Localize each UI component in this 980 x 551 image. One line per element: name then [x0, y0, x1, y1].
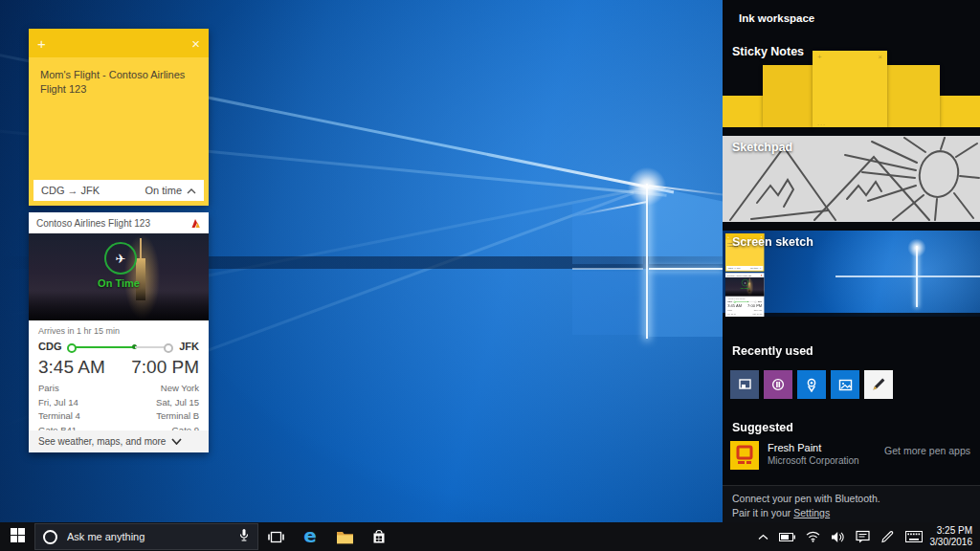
sticky-notes-preview-note[interactable]: + × ...	[813, 51, 887, 127]
flight-card-title: Contoso Airlines Flight 123	[727, 274, 752, 276]
origin-date: Fri, Jul 14	[38, 396, 80, 410]
origin-terminal: Terminal 4	[38, 409, 80, 424]
mini-windows-logo-flare	[906, 237, 927, 258]
recent-app-tile-5[interactable]	[864, 370, 893, 399]
preview-note-titlebar: + ×	[813, 51, 887, 63]
action-center-icon[interactable]	[856, 530, 870, 543]
sticky-notes-preview-note[interactable]	[887, 65, 940, 127]
taskbar: e 3:25 PM 3/30/2016	[0, 522, 980, 551]
destination-city: New York	[156, 382, 199, 396]
sticky-notes-preview-note[interactable]	[763, 65, 813, 127]
flight-status-text: On time	[750, 267, 758, 270]
collapse-chevron-icon[interactable]	[187, 185, 196, 196]
settings-link[interactable]: Settings	[793, 507, 830, 518]
close-note-icon[interactable]: ×	[191, 36, 200, 51]
sticky-note-titlebar: + ×	[29, 29, 209, 57]
preview-note-dots: ...	[817, 120, 826, 126]
origin-dot	[67, 343, 77, 353]
arrival-time: 7:00 PM	[747, 304, 762, 309]
recent-app-tile-4[interactable]	[831, 370, 859, 399]
progress-remaining-segment	[135, 346, 165, 348]
taskbar-clock[interactable]: 3:25 PM 3/30/2016	[928, 525, 980, 548]
suggested-app-info[interactable]: Fresh Paint Microsoft Corporation	[768, 441, 859, 470]
flight-card-header: Contoso Airlines Flight 123	[29, 212, 209, 233]
departure-time: 3:45 AM	[38, 357, 105, 378]
recent-app-tile-3[interactable]	[797, 370, 826, 399]
sticky-notes-section-label: Sticky Notes	[732, 45, 804, 58]
sticky-note-text[interactable]: Mom's Flight - Contoso Airlines Flight 1…	[29, 57, 209, 97]
task-view-button[interactable]	[258, 522, 293, 551]
cortana-search-box[interactable]	[34, 523, 258, 550]
start-button[interactable]	[0, 522, 34, 551]
destination-terminal: Terminal B	[156, 409, 199, 424]
arrival-note: Arrives in 1 hr 15 min	[38, 326, 199, 336]
search-input[interactable]	[65, 530, 231, 543]
pen-hint-line1: Connect your pen with Bluetooth.	[732, 492, 980, 506]
flight-insight-bar: CDG → JFK On time	[726, 266, 763, 271]
airport-info-columns: Paris Fri, Jul 14 Terminal 4 Gate B41 Ne…	[38, 382, 199, 437]
note-text-line: Flight 123	[40, 83, 86, 95]
origin-code: CDG	[727, 300, 732, 303]
note-text-line: Mom's Flight - Contoso Airlines	[40, 69, 185, 80]
flight-stack: + × Mom's Flight - Contoso Airlines Flig…	[29, 29, 209, 452]
destination-dot	[754, 301, 756, 303]
sticky-note-window[interactable]: + × Mom's Flight - Contoso Airlines Flig…	[29, 29, 209, 206]
battery-icon[interactable]	[779, 533, 795, 541]
touch-keyboard-icon[interactable]	[905, 531, 923, 542]
recent-app-tile-1[interactable]	[730, 370, 759, 399]
microphone-icon[interactable]	[238, 528, 250, 546]
flight-route-text: CDG → JFK	[41, 185, 100, 196]
store-button[interactable]	[362, 522, 396, 551]
wifi-icon[interactable]	[806, 531, 820, 542]
fresh-paint-icon[interactable]	[730, 441, 759, 470]
file-explorer-button[interactable]	[327, 522, 362, 551]
recent-app-tile-2[interactable]	[764, 370, 792, 399]
expand-chevron-icon	[171, 436, 182, 447]
times-row: 3:45 AM 7:00 PM	[38, 357, 199, 378]
flight-card: Contoso Airlines Flight 123 ✈ On Time Ar…	[725, 273, 764, 317]
building-tower	[748, 283, 750, 292]
destination-dot	[164, 343, 173, 353]
recently-used-tiles	[730, 370, 893, 399]
cortana-icon	[43, 530, 57, 544]
sketchpad-preview[interactable]: Sketchpad	[723, 136, 980, 222]
suggested-app-publisher: Microsoft Corporation	[768, 454, 859, 467]
route-progress-row: CDG JFK	[38, 341, 199, 352]
departure-time: 3:45 AM	[727, 304, 742, 309]
progress-done-segment	[76, 346, 135, 348]
suggested-app-name: Fresh Paint	[768, 441, 859, 454]
arrival-time: 7:00 PM	[131, 357, 199, 378]
flight-insight-bar[interactable]: CDG → JFK On time	[33, 180, 204, 201]
origin-city: Paris	[727, 309, 736, 312]
clock-time: 3:25 PM	[930, 525, 973, 537]
screen-sketch-preview[interactable]: + × Mom's Flight - Contoso Airlines Flig…	[723, 231, 980, 317]
clock-date: 3/30/2016	[930, 537, 973, 548]
flight-photo-banner: ✈ On Time	[725, 277, 764, 297]
flight-status-text: On time	[145, 185, 182, 196]
on-time-ring-icon: ✈	[742, 279, 748, 286]
add-note-icon[interactable]: +	[37, 36, 46, 51]
flight-progress-track	[67, 342, 173, 351]
flight-photo-banner: ✈ On Time	[29, 233, 209, 320]
add-note-icon: +	[727, 235, 729, 238]
edge-browser-button[interactable]: e	[293, 522, 327, 551]
tray-overflow-chevron-icon[interactable]	[758, 534, 768, 540]
on-time-label: On Time	[725, 287, 764, 290]
volume-icon[interactable]	[831, 531, 845, 543]
destination-code: JFK	[179, 341, 199, 352]
pen-pairing-hint: Connect your pen with Bluetooth. Pair it…	[723, 485, 980, 522]
origin-info: Paris Fri, Jul 14 Terminal 4 Gate B41	[38, 382, 80, 437]
destination-code: JFK	[758, 300, 762, 303]
see-more-link[interactable]: See weather, maps, and more	[29, 430, 209, 452]
system-tray	[758, 530, 928, 543]
windows-logo-icon	[11, 528, 25, 546]
collapse-chevron-icon	[759, 267, 761, 270]
get-more-pen-apps-link[interactable]: Get more pen apps	[884, 445, 970, 470]
sketchpad-section-label: Sketchpad	[732, 141, 792, 154]
origin-code: CDG	[38, 341, 61, 352]
on-time-ring-icon: ✈	[104, 242, 137, 275]
airline-logo-icon	[760, 274, 762, 276]
ink-workspace-title: Ink workspace	[739, 12, 814, 24]
plane-position-dot	[747, 301, 748, 302]
pen-icon[interactable]	[880, 530, 895, 543]
